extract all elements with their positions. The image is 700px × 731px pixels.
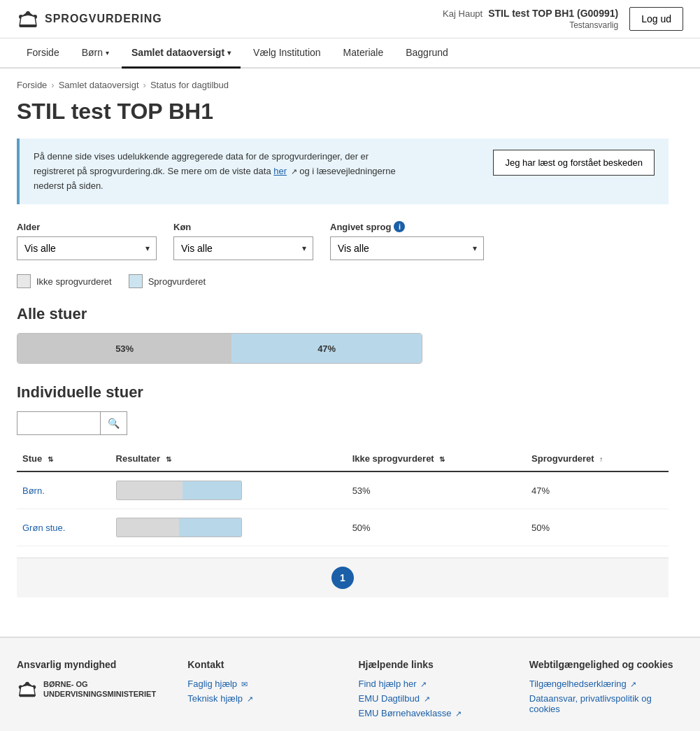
external-link-icon: ↗ (247, 695, 253, 703)
sprog-select[interactable]: Vis alle (330, 236, 484, 260)
info-text-2: registreret på sprogvurdering.dk. Se mer… (34, 166, 271, 176)
row-stue-name: Børn. (17, 471, 110, 509)
nav-materiale[interactable]: Materiale (334, 38, 394, 69)
external-link-icon: ↗ (455, 709, 462, 718)
footer-col-myndighed: Ansvarlig myndighed BØRNE- OGUNDERVISNIN… (17, 659, 171, 723)
header-right: Kaj Haupt STIL test TOP BH1 (G00991) Tes… (443, 7, 683, 31)
col-resultater[interactable]: Resultater ⇅ (110, 446, 347, 471)
mini-bar (116, 481, 242, 500)
dataansvar-link[interactable]: Dataansvar, privatlivspolitik og cookies (529, 693, 683, 714)
chevron-down-icon: ▾ (106, 49, 109, 57)
sort-icon: ⇅ (166, 455, 171, 463)
row-resultater (110, 509, 347, 546)
row-resultater (110, 471, 347, 509)
find-hjalp-link[interactable]: Find hjælp her ↗ (359, 679, 513, 689)
footer-logo: BØRNE- OGUNDERVISNINGS­MINISTERIET (17, 679, 171, 700)
all-bar-not-assessed: 53% (17, 334, 231, 363)
institution-title: STIL test TOP BH1 (G00991) (488, 8, 618, 19)
legend-not-assessed: Ikke sprogvurderet (17, 274, 112, 288)
mini-bar-yes (179, 518, 241, 537)
sprog-label: Angivet sprog i (330, 221, 484, 232)
alle-stuer-bar: 53% 47% (17, 333, 422, 364)
emu-dagtilbud-link[interactable]: EMU Dagtilbud ↗ (359, 693, 513, 704)
external-link-icon: ↗ (424, 695, 430, 703)
breadcrumb-forside[interactable]: Forside (17, 80, 47, 90)
info-box-button[interactable]: Jeg har læst og forstået beskeden (493, 150, 655, 176)
tilgangelighed-link[interactable]: Tilgængelhedserklæring ↗ (529, 679, 683, 689)
filter-alder: Alder Vis alle ▾ (17, 222, 157, 260)
stue-link[interactable]: Grøn stue. (22, 523, 65, 533)
row-not-pct: 53% (347, 471, 526, 509)
svg-rect-9 (20, 695, 36, 697)
info-box-link[interactable]: her (273, 166, 287, 176)
external-link-icon: ↗ (630, 680, 636, 688)
col-ikke-sprogvurderet[interactable]: Ikke sprogvurderet ⇅ (347, 446, 526, 471)
legend-not-assessed-label: Ikke sprogvurderet (36, 276, 112, 287)
individuelle-stuer-heading: Individuelle stuer (17, 383, 669, 402)
legend-assessed-box (129, 274, 143, 288)
footer-col-links: Hjælpende links Find hjælp her ↗ EMU Dag… (359, 659, 513, 723)
ministry-name: BØRNE- OGUNDERVISNINGS­MINISTERIET (43, 679, 156, 700)
nav-baggrund[interactable]: Baggrund (396, 38, 458, 69)
breadcrumb-dataoversigt[interactable]: Samlet dataoversigt (59, 80, 139, 90)
crown-icon (17, 8, 39, 30)
nav-forside[interactable]: Forside (17, 38, 69, 69)
info-box-text: På denne side vises udelukkende aggreger… (34, 150, 479, 193)
footer-col2-title: Kontakt (187, 659, 341, 670)
emu-bornehaveklasse-link[interactable]: EMU Børnehaveklasse ↗ (359, 708, 513, 718)
footer-col-web: Webtilgængelighed og cookies Tilgængelhe… (529, 659, 683, 723)
table-body: Børn. 53% 47% Grøn stue. (17, 471, 669, 546)
nav-born[interactable]: Børn ▾ (72, 38, 119, 69)
top-header: SPROGVURDERING Kaj Haupt STIL test TOP B… (0, 0, 700, 38)
filter-sprog: Angivet sprog i Vis alle ▾ (330, 221, 484, 260)
logo-text: SPROGVURDERING (45, 13, 162, 25)
logout-button[interactable]: Log ud (629, 7, 683, 31)
nav-institution[interactable]: Vælg Institution (243, 38, 331, 69)
legend-not-assessed-box (17, 274, 31, 288)
footer-col-kontakt: Kontakt Faglig hjælp ✉ Teknisk hjælp ↗ (187, 659, 341, 723)
faglig-hjalp-link[interactable]: Faglig hjælp ✉ (187, 679, 341, 689)
sort-icon: ⇅ (48, 455, 53, 463)
search-button[interactable]: 🔍 (101, 411, 127, 435)
pagination-row: 1 (17, 558, 669, 597)
page-title: STIL test TOP BH1 (17, 99, 669, 125)
search-input[interactable] (17, 411, 101, 435)
footer-grid: Ansvarlig myndighed BØRNE- OGUNDERVISNIN… (17, 659, 683, 723)
info-box: På denne side vises udelukkende aggreger… (17, 139, 669, 204)
kon-select[interactable]: Vis alle (173, 236, 313, 260)
alle-stuer-heading: Alle stuer (17, 305, 669, 323)
teknisk-hjalp-link[interactable]: Teknisk hjælp ↗ (187, 693, 341, 704)
individuelle-stuer-table: Stue ⇅ Resultater ⇅ Ikke sprogvurderet ⇅… (17, 446, 669, 546)
sort-icon: ↑ (599, 455, 603, 463)
footer-col1-title: Ansvarlig myndighed (17, 659, 171, 670)
stue-link[interactable]: Børn. (22, 485, 45, 496)
breadcrumb-sep-2: › (143, 80, 146, 90)
kon-select-wrapper: Vis alle ▾ (173, 236, 313, 260)
nav-bar: Forside Børn ▾ Samlet dataoversigt ▾ Væl… (0, 38, 700, 69)
alder-select[interactable]: Vis alle (17, 236, 157, 260)
table-header: Stue ⇅ Resultater ⇅ Ikke sprogvurderet ⇅… (17, 446, 669, 471)
user-role: Testansvarlig (569, 20, 618, 30)
search-icon: 🔍 (108, 418, 120, 429)
ext-link-icon: ↗ (291, 167, 297, 176)
chevron-down-icon: ▾ (227, 49, 231, 57)
row-not-pct: 50% (347, 509, 526, 546)
col-stue[interactable]: Stue ⇅ (17, 446, 110, 471)
mini-bar (116, 518, 242, 537)
info-text-1: På denne side vises udelukkende aggreger… (34, 151, 369, 162)
alder-select-wrapper: Vis alle ▾ (17, 236, 157, 260)
svg-rect-4 (20, 24, 36, 27)
legend-assessed-label: Sprogvurderet (148, 276, 206, 287)
col-sprogvurderet[interactable]: Sprogvurderet ↑ (526, 446, 669, 471)
legend-assessed: Sprogvurderet (129, 274, 206, 288)
nav-dataoversigt[interactable]: Samlet dataoversigt ▾ (122, 38, 241, 69)
kon-label: Køn (173, 222, 313, 232)
mini-bar-yes (183, 481, 241, 499)
table-search-row: 🔍 (17, 411, 669, 435)
user-info: Kaj Haupt STIL test TOP BH1 (G00991) Tes… (443, 8, 618, 30)
main-content: Forside › Samlet dataoversigt › Status f… (0, 69, 685, 609)
info-icon[interactable]: i (394, 221, 405, 232)
user-name: Kaj Haupt (443, 8, 483, 19)
mini-bar-not (117, 481, 183, 499)
page-1-button[interactable]: 1 (331, 567, 354, 589)
